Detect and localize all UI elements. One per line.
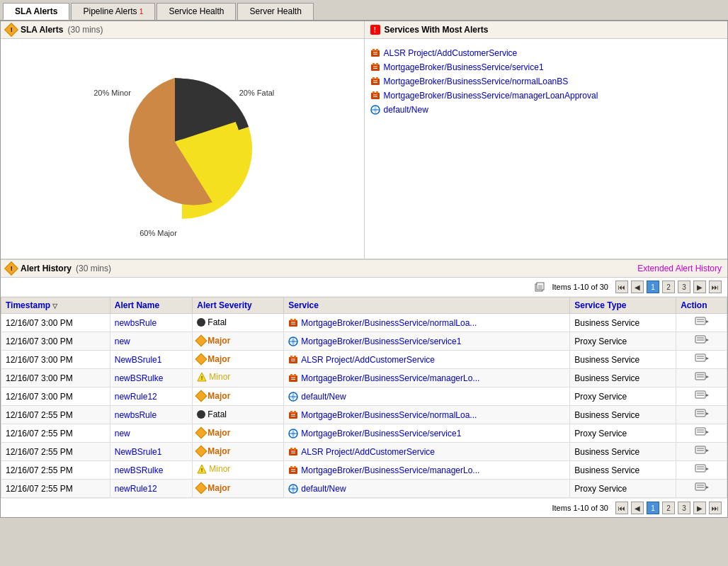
alert-name-link[interactable]: newBSRulke xyxy=(115,373,164,383)
service-cell-link[interactable]: MortgageBroker/BusinessService/service1 xyxy=(288,429,565,438)
action-icon[interactable] xyxy=(695,408,709,419)
pagination-page-3-bottom[interactable]: 3 xyxy=(678,502,690,514)
main-content: ! SLA Alerts (30 mins) 20% Minor 20% Fat… xyxy=(0,21,728,518)
col-action-label: Action xyxy=(681,300,707,310)
cell-action xyxy=(676,387,727,406)
service-link-2[interactable]: MortgageBroker/BusinessService/normalLoa… xyxy=(384,77,569,86)
svg-rect-88 xyxy=(695,446,705,453)
service-cell-link[interactable]: MortgageBroker/BusinessService/normalLoa… xyxy=(288,318,565,328)
svg-rect-73 xyxy=(695,409,705,417)
tab-sla-alerts[interactable]: SLA Alerts xyxy=(3,3,69,20)
pagination-page-2-bottom[interactable]: 2 xyxy=(662,502,675,514)
action-icon[interactable] xyxy=(695,482,709,493)
service-cell-link[interactable]: MortgageBroker/BusinessService/managerLo… xyxy=(288,465,565,475)
pie-label-major: 60% Major xyxy=(140,229,177,237)
col-header-service-type[interactable]: Service Type xyxy=(570,298,676,314)
business-service-icon xyxy=(288,355,298,365)
service-link-1[interactable]: MortgageBroker/BusinessService/service1 xyxy=(384,62,544,72)
action-icon[interactable] xyxy=(695,390,709,401)
service-link-0[interactable]: ALSR Project/AddCustomerService xyxy=(384,48,518,58)
alert-table-body: 12/16/07 3:00 PM newbsRule Fatal Mortgag… xyxy=(1,314,727,498)
action-icon[interactable] xyxy=(695,463,709,475)
error-icon: ! xyxy=(370,25,380,35)
pagination-page-1-bottom[interactable]: 1 xyxy=(647,502,659,514)
services-panel-header: ! Services With Most Alerts xyxy=(365,21,728,39)
pagination-page-1[interactable]: 1 xyxy=(647,281,659,293)
action-icon[interactable] xyxy=(695,371,709,383)
pagination-page-2[interactable]: 2 xyxy=(662,281,675,293)
alert-name-link[interactable]: new xyxy=(115,429,130,438)
col-header-timestamp[interactable]: Timestamp ▽ xyxy=(1,298,110,314)
action-icon[interactable] xyxy=(695,316,709,327)
pagination-first[interactable]: ⏮ xyxy=(615,281,628,293)
action-icon[interactable] xyxy=(695,334,709,346)
col-header-alert-name[interactable]: Alert Name xyxy=(110,298,193,314)
table-row: 12/16/07 2:55 PM newRule12 Major default… xyxy=(1,480,727,498)
svg-rect-68 xyxy=(289,412,297,419)
service-cell-link[interactable]: default/New xyxy=(288,392,565,402)
pagination-prev-bottom[interactable]: ◀ xyxy=(631,502,644,514)
alert-name-link[interactable]: newRule12 xyxy=(115,392,157,402)
col-header-service[interactable]: Service xyxy=(284,298,570,314)
pagination-next[interactable]: ▶ xyxy=(693,281,706,293)
action-icon[interactable] xyxy=(695,445,709,456)
cell-alert-name: NewBSrule1 xyxy=(110,443,193,461)
top-section: ! SLA Alerts (30 mins) 20% Minor 20% Fat… xyxy=(1,21,727,260)
tab-server-health[interactable]: Server Health xyxy=(237,3,313,20)
cell-action xyxy=(676,406,727,424)
cell-service: MortgageBroker/BusinessService/normalLoa… xyxy=(284,406,570,424)
cell-service-type: Business Service xyxy=(570,369,676,387)
svg-rect-53 xyxy=(289,375,297,382)
cell-timestamp: 12/16/07 2:55 PM xyxy=(1,480,110,498)
service-link-4[interactable]: default/New xyxy=(384,105,428,115)
service-cell-link[interactable]: MortgageBroker/BusinessService/normalLoa… xyxy=(288,410,565,420)
svg-marker-102 xyxy=(706,468,709,470)
alert-name-link[interactable]: newbsRule xyxy=(115,410,157,420)
pagination-last-bottom[interactable]: ⏭ xyxy=(709,502,722,514)
service-link-3[interactable]: MortgageBroker/BusinessService/managerLo… xyxy=(384,91,598,101)
pagination-first-bottom[interactable]: ⏮ xyxy=(615,502,628,514)
pagination-last[interactable]: ⏭ xyxy=(709,281,722,293)
alert-name-link[interactable]: newbsRule xyxy=(115,318,157,328)
service-cell-link[interactable]: MortgageBroker/BusinessService/managerLo… xyxy=(288,373,565,383)
proxy-service-icon xyxy=(288,336,298,346)
svg-marker-76 xyxy=(706,412,709,415)
svg-rect-47 xyxy=(695,354,705,361)
service-icon-proxy xyxy=(370,105,380,115)
pagination-next-bottom[interactable]: ▶ xyxy=(693,502,706,514)
cell-timestamp: 12/16/07 3:00 PM xyxy=(1,351,110,369)
service-cell-text: MortgageBroker/BusinessService/service1 xyxy=(301,429,461,438)
dot-major xyxy=(195,353,207,365)
service-icon xyxy=(370,48,380,58)
table-header-row: Timestamp ▽ Alert Name Alert Severity Se… xyxy=(1,298,727,314)
business-service-icon xyxy=(288,373,298,383)
dot-fatal xyxy=(197,410,205,419)
cell-action xyxy=(676,424,727,443)
action-icon[interactable] xyxy=(695,426,709,438)
tab-service-health[interactable]: Service Health xyxy=(157,3,236,20)
service-cell-link[interactable]: ALSR Project/AddCustomerService xyxy=(288,355,565,365)
alert-name-link[interactable]: newBSRulke xyxy=(115,465,164,475)
alert-name-link[interactable]: NewBSrule1 xyxy=(115,447,162,457)
svg-rect-84 xyxy=(290,448,292,450)
svg-marker-50 xyxy=(706,357,709,360)
proxy-service-icon xyxy=(288,484,298,494)
action-icon[interactable] xyxy=(695,353,709,364)
extended-alert-history-link[interactable]: Extended Alert History xyxy=(637,264,722,273)
cell-action xyxy=(676,443,727,461)
svg-rect-32 xyxy=(695,317,705,324)
svg-rect-44 xyxy=(294,356,296,358)
warning-icon: ! xyxy=(4,23,18,37)
svg-marker-82 xyxy=(706,431,709,434)
alert-name-link[interactable]: new xyxy=(115,336,130,346)
pagination-page-3[interactable]: 3 xyxy=(678,281,690,293)
alert-name-link[interactable]: newRule12 xyxy=(115,484,157,494)
alert-name-link[interactable]: NewBSrule1 xyxy=(115,355,162,365)
service-cell-link[interactable]: default/New xyxy=(288,484,565,494)
tab-pipeline-alerts[interactable]: Pipeline Alerts 1 xyxy=(71,3,155,20)
pagination-prev[interactable]: ◀ xyxy=(631,281,644,293)
sla-panel-header: ! SLA Alerts (30 mins) xyxy=(1,21,364,39)
service-cell-link[interactable]: ALSR Project/AddCustomerService xyxy=(288,447,565,457)
service-cell-link[interactable]: MortgageBroker/BusinessService/service1 xyxy=(288,336,565,346)
col-header-alert-severity[interactable]: Alert Severity xyxy=(193,298,284,314)
